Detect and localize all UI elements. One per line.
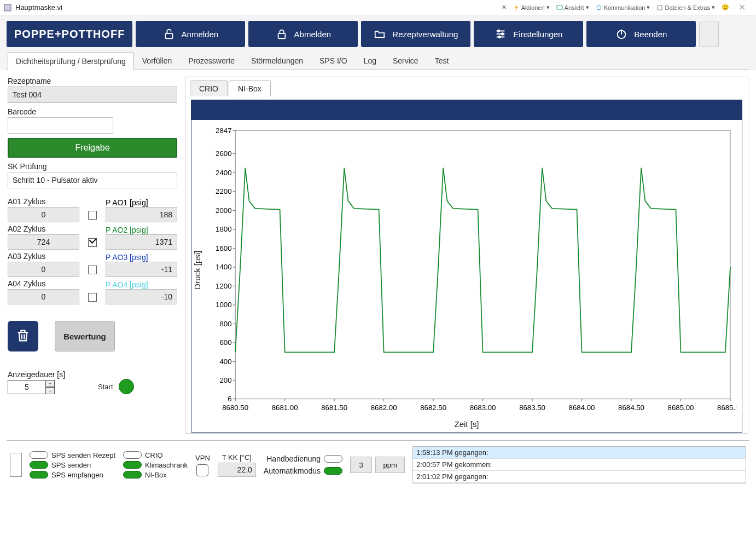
svg-rect-3 xyxy=(658,5,662,10)
mini-ansicht[interactable]: Ansicht ▾ xyxy=(555,3,591,11)
svg-rect-10 xyxy=(235,130,730,399)
sk-pruefung-label: SK Prüfung xyxy=(8,162,177,171)
tab-stoermeldungen[interactable]: Störmeldungen xyxy=(243,51,311,70)
beenden-button[interactable]: Beenden xyxy=(586,21,696,47)
tab-log[interactable]: Log xyxy=(356,51,385,70)
ao-zyklus-value: 0 xyxy=(8,207,79,222)
mini-smiley-icon[interactable]: 🙂 xyxy=(720,3,731,11)
log-row[interactable]: 2:01:02 PM gegangen: xyxy=(413,471,746,483)
svg-text:2600: 2600 xyxy=(216,149,231,158)
tab-vorfuellen[interactable]: Vorfüllen xyxy=(134,51,180,70)
svg-text:600: 600 xyxy=(219,338,231,347)
power-icon xyxy=(615,28,627,40)
sliders-icon xyxy=(495,28,507,40)
log-row[interactable]: 2:00:57 PM gekommen: xyxy=(413,459,746,471)
ao-zyklus-value: 0 xyxy=(8,262,79,277)
ao-p-label: P AO2 [psig] xyxy=(106,226,177,234)
brand-logo: POPPE+POTTHOFF xyxy=(7,21,132,47)
tab-test[interactable]: Test xyxy=(427,51,457,70)
anzeigedauer-spinner[interactable]: 5 +− xyxy=(8,380,65,394)
app-icon xyxy=(3,3,12,12)
subtab-nibox[interactable]: NI-Box xyxy=(229,80,271,96)
ao-p-label: P AO3 [psig] xyxy=(106,253,177,262)
svg-text:8684.50: 8684.50 xyxy=(618,403,644,411)
mini-dateien[interactable]: Dateien & Extras ▾ xyxy=(655,3,717,11)
mini-lightning-icon[interactable]: Aktionen ▾ xyxy=(511,3,551,11)
anzeigedauer-value[interactable]: 5 xyxy=(8,380,46,394)
window-title: Hauptmaske.vi xyxy=(15,3,62,11)
led-sps-senden xyxy=(30,461,48,469)
einstellungen-button[interactable]: Einstellungen xyxy=(474,21,583,47)
anmelden-button[interactable]: Anmelden xyxy=(136,21,245,47)
mini-close-icon[interactable]: ✕ xyxy=(500,3,508,11)
chart-panel: CRIO NI-Box Druck [psi] 6200400600800100… xyxy=(185,77,748,434)
abmelden-button[interactable]: Abmelden xyxy=(248,21,358,47)
led-vpn xyxy=(196,464,208,476)
rezeptname-field: Test 004 xyxy=(8,87,177,103)
svg-text:2000: 2000 xyxy=(216,206,231,215)
led-sps-senden-rezept xyxy=(30,451,48,459)
svg-text:8683.50: 8683.50 xyxy=(519,403,545,411)
log-row[interactable]: 1:58:13 PM gegangen: xyxy=(413,447,746,459)
freigabe-button[interactable]: Freigabe xyxy=(8,138,177,158)
svg-rect-5 xyxy=(278,33,285,38)
spinner-down[interactable]: − xyxy=(46,387,55,394)
led-crio xyxy=(123,451,142,459)
svg-text:6: 6 xyxy=(228,395,231,403)
ao-p-label: P AO4 [psig] xyxy=(106,280,177,289)
start-led xyxy=(119,379,134,394)
lock-icon xyxy=(276,28,288,40)
svg-text:1800: 1800 xyxy=(216,225,231,233)
svg-text:8682.50: 8682.50 xyxy=(420,403,446,411)
tab-dichtheit[interactable]: Dichtheitsprüfung / Berstprüfung xyxy=(8,52,134,70)
main-tabs: Dichtheitsprüfung / Berstprüfung Vorfüll… xyxy=(7,51,749,70)
bewertung-button[interactable]: Bewertung xyxy=(55,321,115,351)
trash-icon xyxy=(15,328,31,345)
svg-text:8684.00: 8684.00 xyxy=(569,403,595,411)
ao-p-value: -11 xyxy=(106,262,177,277)
status-bar: SPS senden Rezept SPS senden SPS empfang… xyxy=(7,440,749,489)
vpn-label: VPN xyxy=(195,454,210,462)
ao-checkbox-1[interactable] xyxy=(88,211,97,220)
tab-sps-io[interactable]: SPS I/O xyxy=(311,51,356,70)
mini-toolbar: ✕ Aktionen ▾ Ansicht ▾ Kommunikation ▾ D… xyxy=(500,3,731,11)
svg-point-6 xyxy=(498,30,500,32)
anzeigedauer-label: Anzeigedauer [s] xyxy=(8,370,65,379)
unlock-icon xyxy=(163,28,175,40)
tkk-label: T KK [°C] xyxy=(222,453,252,462)
ao-checkbox-4[interactable] xyxy=(88,293,97,302)
svg-text:8680.50: 8680.50 xyxy=(222,403,248,411)
tab-service[interactable]: Service xyxy=(385,51,427,70)
ao-zyklus-value: 0 xyxy=(8,289,79,304)
svg-text:1600: 1600 xyxy=(216,244,231,252)
ao-checkbox-2[interactable] xyxy=(88,238,97,247)
y-axis-label: Druck [psi] xyxy=(191,124,205,416)
chart-header xyxy=(191,100,742,120)
window-close-icon[interactable]: ✕ xyxy=(731,2,753,13)
x-axis-label: Zeit [s] xyxy=(191,418,742,432)
led-klimaschrank xyxy=(123,461,142,469)
plot-area[interactable]: 6200400600800100012001400160018002000220… xyxy=(205,124,736,416)
spinner-up[interactable]: + xyxy=(46,380,55,387)
subtab-crio[interactable]: CRIO xyxy=(190,80,228,96)
start-label: Start xyxy=(98,383,113,391)
led-nibox xyxy=(123,471,142,479)
ao-zyklus-label: A04 Zyklus xyxy=(8,279,79,288)
status-log-list[interactable]: 1:58:13 PM gegangen: 2:00:57 PM gekommen… xyxy=(412,446,746,483)
svg-rect-1 xyxy=(557,5,562,9)
ao-grid: A01 Zyklus0 P AO1 [psig]188A02 Zyklus724… xyxy=(8,197,177,304)
rezeptverwaltung-button[interactable]: Rezeptverwaltung xyxy=(361,21,470,47)
ao-checkbox-3[interactable] xyxy=(88,266,97,274)
svg-text:8681.50: 8681.50 xyxy=(321,403,347,411)
ao-p-value: 188 xyxy=(106,207,177,222)
ao-p-label: P AO1 [psig] xyxy=(106,198,177,207)
svg-point-2 xyxy=(597,5,601,10)
mini-kommunikation[interactable]: Kommunikation ▾ xyxy=(594,3,652,11)
tkk-value: 22.0 xyxy=(218,463,256,477)
barcode-input[interactable] xyxy=(8,117,113,134)
svg-text:8685.00: 8685.00 xyxy=(668,403,694,411)
delete-button[interactable] xyxy=(8,321,38,351)
ao-zyklus-label: A02 Zyklus xyxy=(8,224,79,233)
svg-rect-4 xyxy=(165,33,172,38)
tab-prozesswerte[interactable]: Prozesswerte xyxy=(180,51,243,70)
